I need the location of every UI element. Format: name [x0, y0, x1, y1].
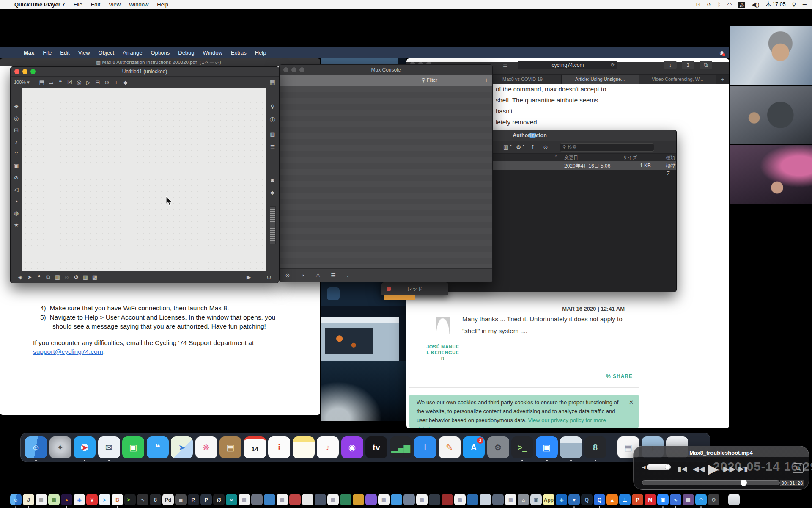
participant-video-2[interactable] — [729, 85, 812, 145]
inspector-icon[interactable]: ⓘ — [268, 116, 277, 124]
support-email-link[interactable]: support@cycling74.com — [33, 348, 103, 355]
menu-item-help[interactable]: Help — [157, 1, 168, 8]
dock-app[interactable]: ▤ — [454, 494, 466, 508]
zoom-level-dropdown[interactable]: 100% ▾ — [14, 80, 30, 85]
dock-calendar[interactable]: 14 — [244, 436, 266, 461]
volume-knob[interactable] — [665, 464, 670, 470]
dial2-icon[interactable]: ◔ — [12, 198, 21, 204]
dock-safari[interactable]: ➤ — [74, 436, 96, 461]
dock-terminal[interactable]: >_ — [511, 436, 533, 461]
snapshot-icon[interactable]: ◙ — [268, 177, 277, 183]
volume-slider[interactable]: ◀ — [642, 464, 671, 470]
favorites-icon[interactable]: ★ — [12, 222, 21, 228]
dock-app[interactable] — [480, 494, 491, 508]
dock-stickies[interactable]: J — [23, 494, 34, 508]
dock-reminders[interactable]: ⁞ — [268, 436, 290, 461]
skip-back-icon[interactable]: ▮◀ — [678, 464, 687, 473]
dock-app[interactable] — [251, 494, 263, 508]
wifi-icon[interactable]: ◠ — [727, 1, 732, 8]
keyboard-icon[interactable]: ▥ — [81, 274, 90, 280]
menu-item-arrange[interactable]: Arrange — [123, 50, 142, 56]
dock-keynote-host[interactable]: ⊥ — [619, 494, 631, 508]
dock-clapper[interactable]: ▼ — [568, 494, 580, 508]
dock-vlc[interactable]: ▲ — [606, 494, 618, 508]
dock-p-dark-app[interactable]: P. — [188, 494, 199, 508]
dock-facetime[interactable]: ▣ — [122, 436, 144, 461]
layers-icon[interactable]: ⧉ — [44, 274, 53, 281]
menu-item-file[interactable]: File — [43, 50, 52, 56]
mixer-icon[interactable]: ≑ — [268, 190, 277, 196]
tab-article-using-unsigne[interactable]: Article: Using Unsigne... — [562, 75, 639, 84]
dock-gear-app[interactable]: ⚙ — [708, 494, 719, 508]
dock-system-preferences[interactable]: ⚙ — [487, 436, 509, 461]
note-icon[interactable]: ♪ — [12, 139, 21, 145]
dock-textedit[interactable]: ▤ — [36, 494, 47, 508]
dock-keynote[interactable]: ⊥ — [414, 436, 436, 461]
number-box-icon[interactable]: ◎ — [74, 79, 84, 86]
airplay-icon[interactable]: ⊡ — [696, 1, 700, 8]
dock-contacts[interactable]: ▤ — [219, 436, 241, 461]
sphere-icon[interactable]: ◍ — [12, 210, 21, 216]
message-box-icon[interactable]: ▷ — [84, 79, 93, 86]
dock-app[interactable] — [289, 494, 301, 508]
patcher-window-controls[interactable] — [14, 69, 36, 74]
menu-item-help[interactable]: Help — [255, 50, 266, 56]
back-arrow-icon[interactable]: ← — [344, 272, 353, 279]
pdf-titlebar[interactable]: ▤ Max 8 Authorization Instructions 20032… — [0, 58, 320, 66]
play-icon[interactable]: ▶ — [708, 461, 717, 477]
host-clock[interactable]: 木 17:05 — [765, 1, 785, 8]
zoom-tool-icon[interactable]: ⚲ — [268, 103, 277, 110]
dock-music[interactable]: ♪ — [317, 436, 339, 461]
select-icon[interactable]: ➤ — [25, 274, 34, 280]
spotlight-icon[interactable]: ⚲ — [792, 1, 796, 8]
dock-app[interactable] — [442, 494, 453, 508]
comment-icon[interactable]: ❝ — [56, 79, 65, 86]
dock-vivaldi[interactable]: V — [86, 494, 98, 508]
menu-item-window[interactable]: Window — [129, 1, 148, 8]
panel-icon[interactable]: ▤ — [37, 79, 47, 86]
attach-icon[interactable]: ⊘ — [12, 174, 21, 181]
url-field[interactable]: cycling74.com ⟳ — [518, 61, 617, 69]
raster-icon[interactable]: ▩ — [90, 274, 99, 280]
comment2-icon[interactable]: ❝ — [34, 274, 44, 280]
post-author[interactable]: JOSÉ MANUEL BERENGUER — [426, 344, 459, 362]
patcher-titlebar[interactable]: Untitled1 (unlocked) — [11, 67, 279, 77]
dock-quicktime-blue[interactable]: Q — [594, 494, 605, 508]
dock-home-app[interactable]: ⌂ — [518, 494, 529, 508]
filter-field[interactable]: ⚲ Filter — [422, 77, 437, 83]
dock-app[interactable]: ▤ — [239, 494, 250, 508]
speaker-icon[interactable]: ◁ — [12, 186, 21, 193]
dock-stocks[interactable]: ▁▄▆ — [390, 436, 412, 461]
clock-icon[interactable]: ◔ — [298, 272, 307, 279]
fullscreen-icon[interactable]: ⧉ — [793, 463, 804, 473]
dock-photo-viewer[interactable]: ▣ — [530, 494, 542, 508]
bluetooth-icon[interactable]: ᛒ — [718, 2, 721, 8]
column-modified[interactable]: 変更日 — [564, 155, 578, 161]
reload-icon[interactable]: ⟳ — [611, 62, 615, 68]
play-patch-icon[interactable]: ▶ — [244, 274, 253, 280]
circle-icon[interactable]: ◎ — [12, 115, 21, 121]
dock-app[interactable] — [264, 494, 275, 508]
dock-app[interactable] — [315, 494, 326, 508]
dock-notes[interactable] — [293, 436, 315, 461]
dial-icon[interactable]: ⊘ — [102, 79, 112, 86]
fast-forward-icon[interactable]: ▶▶ — [723, 464, 732, 474]
sort-caret-icon[interactable]: ⌃ — [554, 155, 558, 160]
dock-app[interactable] — [429, 494, 440, 508]
menu-item-file[interactable]: File — [74, 1, 82, 8]
dock-pages[interactable]: ✎ — [439, 436, 461, 461]
level-meter[interactable] — [270, 206, 276, 244]
dock-app[interactable] — [340, 494, 351, 508]
dock-arduino[interactable]: ∞ — [226, 494, 237, 508]
dock-script-b[interactable]: B — [112, 494, 123, 508]
dock-jitter[interactable]: ∿ — [137, 494, 148, 508]
dock-max-8-host[interactable]: 8 — [150, 494, 161, 508]
dock-app[interactable] — [391, 494, 402, 508]
menu-item-edit[interactable]: Edit — [60, 50, 69, 56]
column-kind[interactable]: 種類 — [666, 155, 675, 161]
dock-app[interactable] — [302, 494, 313, 508]
tools-icon[interactable]: ⚙ — [71, 274, 81, 280]
dock-app[interactable]: ▤ — [505, 494, 516, 508]
dock-finder[interactable]: ☺ — [10, 494, 22, 508]
menu-item-edit[interactable]: Edit — [91, 1, 100, 8]
